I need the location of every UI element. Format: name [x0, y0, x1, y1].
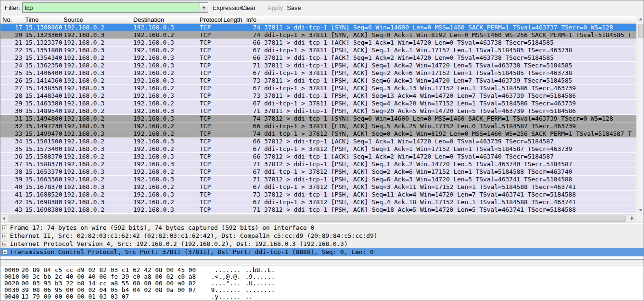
- cell-src: 192.168.0.3: [64, 183, 104, 190]
- packet-row[interactable]: 3915.1663360192.168.0.2192.168.0.3TCP713…: [0, 176, 636, 183]
- column-header-destination[interactable]: Destination: [133, 16, 164, 23]
- detail-row[interactable]: +Ethernet II, Src: 02:82:03:c1:62:42 (02…: [0, 232, 644, 240]
- packet-row[interactable]: 3515.1573400192.168.0.3192.168.0.2TCP67d…: [0, 145, 636, 153]
- cell-time: 15.1698380: [25, 198, 62, 206]
- hscrollbar-thumb[interactable]: [9, 216, 626, 222]
- packet-row[interactable]: 2515.1406400192.168.0.3192.168.0.2TCP67d…: [0, 69, 636, 77]
- packet-row[interactable]: 4115.1688520192.168.0.2192.168.0.3TCP733…: [0, 191, 636, 198]
- cell-src: 192.168.0.3: [64, 47, 104, 54]
- cell-no: 23: [0, 54, 22, 61]
- hex-row[interactable]: 004013 79 00 00 00 00 01 0303 07.y......…: [0, 293, 644, 300]
- filter-input[interactable]: [23, 3, 200, 12]
- packet-row[interactable]: 2015.1323360192.168.0.3192.168.0.2TCP74d…: [0, 31, 636, 39]
- hex-row[interactable]: 003039 08 06 95 00 00 02 0405 b4 04 02 0…: [0, 287, 644, 293]
- column-header-time[interactable]: Time: [25, 16, 38, 23]
- packet-row[interactable]: 4015.1678370192.168.0.3192.168.0.2TCP67d…: [0, 183, 636, 191]
- cell-time: 15.1663360: [25, 176, 62, 183]
- expander-plus-icon[interactable]: +: [2, 242, 7, 246]
- cell-proto: TCP: [200, 24, 211, 31]
- cell-no: 34: [0, 138, 22, 145]
- detail-row[interactable]: +Internet Protocol Version 4, Src: 192.1…: [0, 240, 644, 248]
- cell-proto: TCP: [200, 191, 211, 198]
- packet-row[interactable]: 2715.1438350192.168.0.3192.168.0.2TCP67d…: [0, 85, 636, 92]
- packet-row[interactable]: 3815.1653370192.168.0.3192.168.0.2TCP67d…: [0, 168, 636, 176]
- packet-row[interactable]: 2215.1351800192.168.0.3192.168.0.2TCP67d…: [0, 47, 636, 54]
- packet-row[interactable]: 3315.1499470192.168.0.3192.168.0.2TCP74d…: [0, 130, 636, 138]
- hex-row[interactable]: 002000 03 93 b3 22 b8 14 cca8 55 00 00 0…: [0, 280, 644, 287]
- packet-row[interactable]: 2815.1448340192.168.0.2192.168.0.3TCP733…: [0, 92, 636, 100]
- cell-proto: TCP: [200, 183, 211, 190]
- packet-list-hscrollbar[interactable]: [0, 214, 636, 222]
- filter-input-wrap: [22, 2, 208, 13]
- column-header-no[interactable]: No.: [2, 16, 12, 23]
- cell-info: 37811 > ddi-tcp-1 [PSH, ACK] Seq=20 Ack=…: [264, 107, 635, 114]
- packet-row[interactable]: 4215.1698380192.168.0.3192.168.0.2TCP67d…: [0, 198, 636, 206]
- save-button[interactable]: Save: [287, 4, 301, 11]
- scroll-up-arrow-icon[interactable]: [637, 16, 644, 23]
- cell-info: ddi-tcp-1 > 37812 [PSH, ACK] Seq=1 Ack=1…: [264, 145, 635, 152]
- cell-time: 15.1588370: [25, 160, 62, 168]
- hex-row[interactable]: 001000 3c bb 2c 40 00 40 06fe 39 c0 a8 0…: [0, 273, 644, 280]
- cell-proto: TCP: [200, 198, 211, 206]
- cell-dst: 192.168.0.2: [133, 145, 174, 152]
- cell-len: 66: [236, 122, 260, 130]
- packet-list-vscrollbar[interactable]: [637, 16, 644, 214]
- packet-row[interactable]: 2415.1362350192.168.0.2192.168.0.3TCP713…: [0, 62, 636, 69]
- packet-row[interactable]: 3415.1501500192.168.0.2192.168.0.3TCP663…: [0, 138, 636, 145]
- cell-time: 15.1448340: [25, 92, 62, 99]
- cell-no: 26: [0, 77, 22, 84]
- scroll-right-arrow-icon[interactable]: [628, 215, 636, 223]
- cell-time: 15.1573400: [25, 145, 62, 152]
- expander-plus-icon[interactable]: +: [2, 234, 7, 238]
- packet-row[interactable]: 3715.1588370192.168.0.2192.168.0.3TCP713…: [0, 160, 636, 168]
- packet-row[interactable]: 2915.1463380192.168.0.3192.168.0.2TCP67d…: [0, 100, 636, 107]
- detail-row[interactable]: +Frame 17: 74 bytes on wire (592 bits), …: [0, 224, 644, 232]
- expander-plus-icon[interactable]: +: [2, 250, 7, 254]
- hex-a2: ..: [245, 293, 253, 300]
- cell-len: 71: [236, 107, 260, 114]
- column-header-length[interactable]: Length: [223, 16, 242, 23]
- cell-info: ddi-tcp-1 > 37812 [SYN, ACK] Seq=0 Ack=1…: [264, 130, 635, 137]
- clear-button[interactable]: Clear: [241, 4, 256, 11]
- packet-row[interactable]: 3615.1588370192.168.0.2192.168.0.3TCP663…: [0, 153, 636, 160]
- packet-row[interactable]: 2315.1354340192.168.0.2192.168.0.3TCP663…: [0, 54, 636, 62]
- scroll-left-arrow-icon[interactable]: [0, 215, 8, 223]
- cell-len: 66: [236, 153, 260, 160]
- packet-row[interactable]: 3215.1497230192.168.0.3192.168.0.2TCP66d…: [0, 122, 636, 130]
- cell-proto: TCP: [200, 77, 211, 84]
- cell-proto: TCP: [200, 100, 211, 107]
- cell-info: 37811 > ddi-tcp-1 [SYN] Seq=0 Win=14600 …: [264, 24, 635, 31]
- hex-h2: fe 39 c0 a8 00 02 c0 a8: [110, 273, 196, 280]
- cell-len: 66: [236, 39, 260, 46]
- cell-time: 15.1588370: [25, 153, 62, 160]
- hex-dump-pane: 000020 89 84 c5 cc d9 02 8203 c1 62 42 0…: [0, 265, 644, 301]
- cell-src: 192.168.0.2: [64, 206, 104, 213]
- detail-row[interactable]: +Transmission Control Protocol, Src Port…: [0, 248, 644, 256]
- packet-row[interactable]: 3015.1489540192.168.0.2192.168.0.3TCP713…: [0, 107, 636, 115]
- cell-proto: TCP: [200, 206, 211, 213]
- column-header-protocol[interactable]: Protocol: [200, 16, 222, 23]
- hex-row[interactable]: 000020 89 84 c5 cc d9 02 8203 c1 62 42 0…: [0, 267, 644, 273]
- hex-off: 0010: [4, 273, 19, 280]
- packet-row[interactable]: 2115.1323370192.168.0.2192.168.0.3TCP663…: [0, 39, 636, 47]
- apply-button[interactable]: Apply: [267, 4, 283, 11]
- cell-info: 37812 > ddi-tcp-1 [PSH, ACK] Seq=11 Ack=…: [264, 191, 635, 198]
- cell-src: 192.168.0.3: [64, 198, 104, 206]
- cell-dst: 192.168.0.2: [133, 168, 174, 175]
- packet-row[interactable]: 2615.1414360192.168.0.2192.168.0.3TCP733…: [0, 77, 636, 85]
- scroll-down-arrow-icon[interactable]: [637, 207, 644, 214]
- column-header-info[interactable]: Info: [246, 16, 257, 23]
- filter-dropdown-button[interactable]: [200, 3, 208, 12]
- expander-plus-icon[interactable]: +: [2, 226, 7, 230]
- cell-src: 192.168.0.2: [64, 138, 104, 145]
- cell-len: 67: [236, 47, 260, 54]
- cell-len: 71: [236, 206, 260, 213]
- cell-proto: TCP: [200, 92, 211, 99]
- hex-a2: .9......: [245, 273, 275, 280]
- packet-row[interactable]: 4315.1698380192.168.0.2192.168.0.3TCP713…: [0, 206, 636, 214]
- column-header-source[interactable]: Source: [64, 16, 83, 23]
- packet-row[interactable]: 3115.1494800192.168.0.2192.168.0.3TCP743…: [0, 115, 636, 122]
- vscrollbar-thumb[interactable]: [638, 24, 644, 38]
- packet-row[interactable]: 1715.1308060192.168.0.2192.168.0.3TCP743…: [0, 24, 636, 31]
- cell-src: 192.168.0.2: [64, 107, 104, 114]
